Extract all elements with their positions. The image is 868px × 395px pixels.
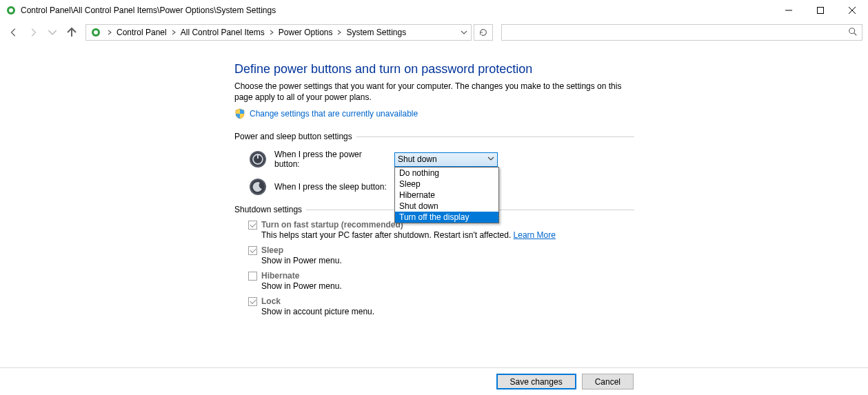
fast-startup-checkbox[interactable] xyxy=(248,221,257,230)
breadcrumb-control-panel[interactable]: Control Panel xyxy=(114,28,170,37)
hibernate-checkbox[interactable] xyxy=(248,272,257,281)
power-button-action-dropdown[interactable]: Shut down Do nothing Sleep Hibernate Shu… xyxy=(394,152,498,167)
close-button[interactable] xyxy=(836,0,868,21)
power-button-selected-value: Shut down xyxy=(398,154,437,164)
svg-rect-3 xyxy=(818,8,824,14)
lock-description: Show in account picture menu. xyxy=(261,307,634,316)
chevron-right-icon[interactable] xyxy=(170,30,178,35)
search-icon xyxy=(848,27,858,39)
address-bar[interactable]: Control Panel All Control Panel Items Po… xyxy=(85,24,472,41)
change-unavailable-settings-link[interactable]: Change settings that are currently unava… xyxy=(250,109,418,119)
back-button[interactable] xyxy=(6,24,22,41)
chevron-down-icon xyxy=(487,154,494,164)
breadcrumb-system-settings[interactable]: System Settings xyxy=(343,28,409,37)
sleep-label: Sleep xyxy=(261,245,283,255)
svg-point-8 xyxy=(849,28,855,33)
svg-line-9 xyxy=(854,32,857,35)
chevron-right-icon[interactable] xyxy=(268,30,276,35)
sleep-checkbox[interactable] xyxy=(248,246,257,255)
forward-button[interactable] xyxy=(25,24,41,41)
breadcrumb-power-options[interactable]: Power Options xyxy=(276,28,336,37)
window-title: Control Panel\All Control Panel Items\Po… xyxy=(21,6,276,15)
fast-startup-description: This helps start your PC faster after sh… xyxy=(261,230,634,240)
dropdown-option-shut-down[interactable]: Shut down xyxy=(395,201,498,212)
power-options-app-icon xyxy=(6,5,17,16)
save-changes-button[interactable]: Save changes xyxy=(496,374,576,389)
page-heading: Define power buttons and turn on passwor… xyxy=(234,62,634,77)
titlebar: Control Panel\All Control Panel Items\Po… xyxy=(0,0,868,21)
page-description: Choose the power settings that you want … xyxy=(234,81,634,103)
sleep-description: Show in Power menu. xyxy=(261,256,634,265)
power-button-dropdown-list: Do nothing Sleep Hibernate Shut down Tur… xyxy=(394,167,499,223)
lock-label: Lock xyxy=(261,296,281,306)
minimize-button[interactable] xyxy=(773,0,805,21)
hibernate-description: Show in Power menu. xyxy=(261,281,634,291)
chevron-right-icon[interactable] xyxy=(105,30,114,35)
svg-point-1 xyxy=(9,8,13,12)
power-button-icon xyxy=(248,150,268,169)
fast-startup-label: Turn on fast startup (recommended) xyxy=(261,220,403,230)
footer-bar: Save changes Cancel xyxy=(0,367,868,395)
dropdown-option-turn-off-display[interactable]: Turn off the display xyxy=(395,212,498,223)
learn-more-link[interactable]: Learn More xyxy=(514,230,556,240)
chevron-right-icon[interactable] xyxy=(335,30,343,35)
address-icon xyxy=(89,26,103,39)
breadcrumb-all-items[interactable]: All Control Panel Items xyxy=(178,28,268,37)
search-input[interactable] xyxy=(501,24,862,41)
power-button-label: When I press the power button: xyxy=(274,150,387,169)
maximize-button[interactable] xyxy=(805,0,836,21)
uac-shield-icon xyxy=(234,108,245,119)
svg-point-7 xyxy=(94,30,98,34)
dropdown-option-sleep[interactable]: Sleep xyxy=(395,179,498,190)
address-dropdown-button[interactable] xyxy=(457,25,471,40)
refresh-button[interactable] xyxy=(474,24,493,41)
navigation-bar: Control Panel All Control Panel Items Po… xyxy=(0,21,868,44)
recent-locations-dropdown[interactable] xyxy=(44,24,61,41)
power-sleep-section-label: Power and sleep button settings xyxy=(234,132,634,141)
dropdown-option-hibernate[interactable]: Hibernate xyxy=(395,190,498,201)
sleep-button-label: When I press the sleep button: xyxy=(274,182,387,192)
hibernate-label: Hibernate xyxy=(261,271,299,281)
cancel-button[interactable]: Cancel xyxy=(582,374,634,389)
lock-checkbox[interactable] xyxy=(248,297,257,306)
sleep-button-icon xyxy=(248,177,268,196)
dropdown-option-do-nothing[interactable]: Do nothing xyxy=(395,168,498,179)
up-button[interactable] xyxy=(63,24,80,41)
